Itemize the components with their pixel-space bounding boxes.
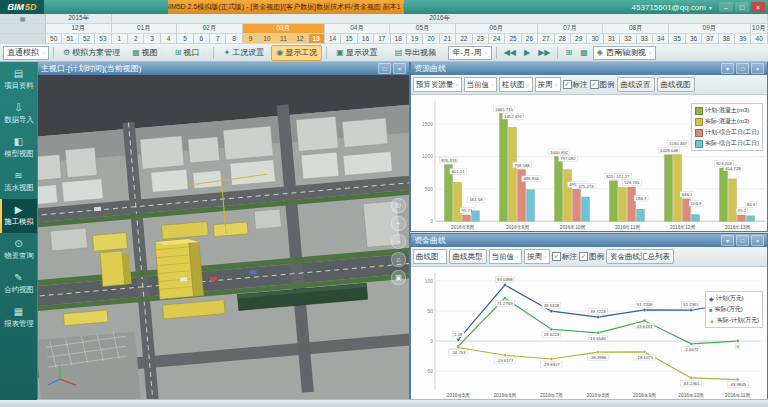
timeline-week-4[interactable]: 4 bbox=[161, 34, 177, 44]
view-button[interactable]: ▦视图▾ bbox=[127, 45, 168, 61]
3d-scene[interactable]: ↻+−⌂▣ bbox=[38, 75, 409, 399]
resource-value-mode-select[interactable]: 当前值▾ bbox=[464, 77, 498, 92]
sidebar-item-contract-view[interactable]: ✎合约视图 bbox=[0, 267, 37, 301]
home-view-tool-icon[interactable]: ⌂ bbox=[391, 252, 406, 267]
simulation-mode-select[interactable]: 直通模拟▾ bbox=[3, 46, 49, 60]
close-button[interactable]: × bbox=[751, 2, 765, 12]
display-settings-button[interactable]: ▣显示设置▾ bbox=[331, 45, 388, 61]
viewport-close-button[interactable]: × bbox=[393, 63, 406, 74]
resource-type-select[interactable]: 预算资源量▾ bbox=[413, 77, 462, 92]
timeline-week-23[interactable]: 23 bbox=[473, 34, 489, 44]
fund-value-mode-select[interactable]: 当前值▾ bbox=[489, 249, 523, 264]
timeline-week-3[interactable]: 3 bbox=[144, 34, 160, 44]
timeline-week-38[interactable]: 38 bbox=[719, 34, 735, 44]
step-backward-button[interactable]: ◀◀ bbox=[501, 45, 519, 61]
resource-annotate-checkbox[interactable]: ✓标注 bbox=[563, 80, 588, 90]
resource-close-button[interactable]: × bbox=[751, 63, 764, 74]
maximize-button[interactable]: □ bbox=[735, 2, 749, 12]
step-forward-button[interactable]: ▶▶ bbox=[535, 45, 553, 61]
curve-settings-button[interactable]: 曲线设置 bbox=[617, 77, 655, 92]
timeline-week-32[interactable]: 32 bbox=[620, 34, 636, 44]
play-button[interactable]: ▶ bbox=[521, 45, 533, 61]
sidebar-item-construction-simulation[interactable]: ▶施工模拟 bbox=[0, 199, 37, 233]
timeline-year-2016年[interactable]: 2016年 bbox=[112, 14, 768, 24]
timeline-week-51[interactable]: 51 bbox=[62, 34, 78, 44]
timeline-week-21[interactable]: 21 bbox=[440, 34, 456, 44]
sidebar-item-data-import[interactable]: ⇩数据导入 bbox=[0, 97, 37, 131]
timeline-week-52[interactable]: 52 bbox=[79, 34, 95, 44]
resource-float-button[interactable]: □ bbox=[736, 63, 749, 74]
timeline-week-39[interactable]: 39 bbox=[735, 34, 751, 44]
sidebar-item-flow-view[interactable]: ≋流水视图 bbox=[0, 165, 37, 199]
timeline-week-19[interactable]: 19 bbox=[407, 34, 423, 44]
fund-float-button[interactable]: □ bbox=[736, 235, 749, 246]
export-video-button[interactable]: ▤导出视频▾ bbox=[390, 45, 447, 61]
fund-annotate-checkbox[interactable]: ✓标注 bbox=[552, 252, 577, 262]
timeline-week-17[interactable]: 17 bbox=[374, 34, 390, 44]
fund-menu-button[interactable]: ▾ bbox=[721, 235, 734, 246]
timeline-month-09月[interactable]: 09月 bbox=[669, 24, 751, 34]
timeline-week-5[interactable]: 5 bbox=[177, 34, 193, 44]
viewport-button[interactable]: ⊞视口▾ bbox=[170, 45, 210, 61]
timeline-week-35[interactable]: 35 bbox=[669, 34, 685, 44]
timeline-week-40[interactable]: 40 bbox=[751, 34, 767, 44]
orbit-tool-icon[interactable]: ↻ bbox=[391, 198, 406, 213]
fund-panel-header[interactable]: 资金曲线 ▾□× bbox=[411, 234, 767, 247]
timeline-month-10月[interactable]: 10月 bbox=[751, 24, 768, 34]
timeline-week-6[interactable]: 6 bbox=[194, 34, 210, 44]
account-menu[interactable]: 453715601@qq.com ▾ bbox=[632, 3, 714, 12]
sidebar-item-project-data[interactable]: ▤项目资料 bbox=[0, 63, 37, 97]
layout-button[interactable]: ▦ bbox=[577, 45, 591, 61]
timeline-month-01月[interactable]: 01月 bbox=[112, 24, 178, 34]
timeline-week-28[interactable]: 28 bbox=[555, 34, 571, 44]
resource-legend-checkbox[interactable]: ✓图例 bbox=[590, 80, 615, 90]
curve-view-button[interactable]: 曲线视图 bbox=[657, 77, 695, 92]
timeline-week-1[interactable]: 1 bbox=[112, 34, 128, 44]
timeline-week-25[interactable]: 25 bbox=[505, 34, 521, 44]
3d-scene-canvas[interactable] bbox=[38, 75, 409, 399]
timeline-week-27[interactable]: 27 bbox=[538, 34, 554, 44]
timeline-week-14[interactable]: 14 bbox=[325, 34, 341, 44]
fund-close-button[interactable]: × bbox=[751, 235, 764, 246]
curve-type-button[interactable]: 曲线类型 bbox=[449, 249, 487, 264]
timeline-week-2[interactable]: 2 bbox=[128, 34, 144, 44]
timeline-week-36[interactable]: 36 bbox=[686, 34, 702, 44]
timeline-week-31[interactable]: 31 bbox=[604, 34, 620, 44]
show-working-condition-toggle[interactable]: ◉显示工况 bbox=[271, 45, 322, 61]
timeline-month-08月[interactable]: 08月 bbox=[603, 24, 669, 34]
timeline-month-03月[interactable]: 03月 bbox=[243, 24, 325, 34]
timeline-month-05月[interactable]: 05月 bbox=[390, 24, 456, 34]
timeline-week-33[interactable]: 33 bbox=[637, 34, 653, 44]
timeline-week-16[interactable]: 16 bbox=[358, 34, 374, 44]
time-scale-select[interactable]: 年-月-周▾ bbox=[448, 46, 491, 60]
timeline-week-24[interactable]: 24 bbox=[489, 34, 505, 44]
timeline-week-8[interactable]: 8 bbox=[226, 34, 242, 44]
working-condition-settings-button[interactable]: ✦工况设置 bbox=[218, 45, 269, 61]
timeline-year-2015年[interactable]: 2015年 bbox=[46, 14, 112, 24]
timeline-week-13[interactable]: 13 bbox=[309, 34, 325, 44]
viewport-maximize-button[interactable]: □ bbox=[378, 63, 391, 74]
fund-chart-type-select[interactable]: 曲线图▾ bbox=[413, 249, 447, 264]
timeline-week-53[interactable]: 53 bbox=[95, 34, 111, 44]
grid-view-button[interactable]: ⊞ bbox=[562, 45, 575, 61]
timeline-week-30[interactable]: 30 bbox=[587, 34, 603, 44]
timeline-week-29[interactable]: 29 bbox=[571, 34, 587, 44]
timeline-month-07月[interactable]: 07月 bbox=[538, 24, 604, 34]
camera-angle-select[interactable]: ◈西南轴测视▾ bbox=[593, 46, 656, 60]
timeline-month-06月[interactable]: 06月 bbox=[456, 24, 538, 34]
resource-menu-button[interactable]: ▾ bbox=[721, 63, 734, 74]
fund-period-select[interactable]: 按周▾ bbox=[524, 249, 550, 264]
timeline-week-50[interactable]: 50 bbox=[46, 34, 62, 44]
fund-legend-checkbox[interactable]: ✓图例 bbox=[579, 252, 604, 262]
zoom-in-tool-icon[interactable]: + bbox=[391, 216, 406, 231]
sidebar-item-model-view[interactable]: ◧模型视图 bbox=[0, 131, 37, 165]
timeline-week-34[interactable]: 34 bbox=[653, 34, 669, 44]
timeline-month-12月[interactable]: 12月 bbox=[46, 24, 112, 34]
timeline-week-18[interactable]: 18 bbox=[391, 34, 407, 44]
timeline-month-02月[interactable]: 02月 bbox=[177, 24, 243, 34]
resource-chart-type-select[interactable]: 柱状图▾ bbox=[499, 77, 533, 92]
sidebar-item-material-query[interactable]: ⊙物资查询 bbox=[0, 233, 37, 267]
timeline-month-04月[interactable]: 04月 bbox=[325, 24, 391, 34]
timeline-week-37[interactable]: 37 bbox=[702, 34, 718, 44]
timeline-week-20[interactable]: 20 bbox=[423, 34, 439, 44]
